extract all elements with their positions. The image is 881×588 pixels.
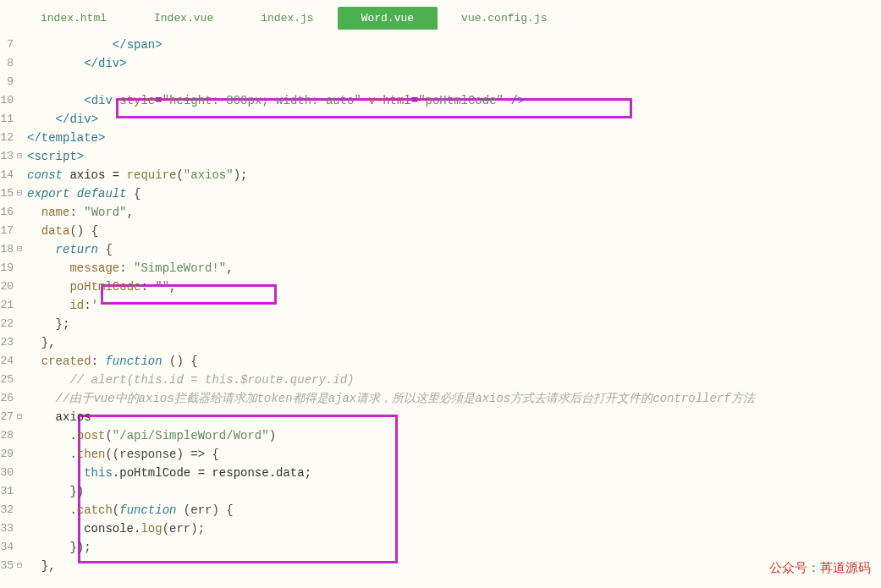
line-number: 33 xyxy=(0,519,22,538)
code-line[interactable]: </template> xyxy=(27,129,881,147)
line-number: 28 xyxy=(0,426,22,445)
code-line[interactable]: .catch(function (err) { xyxy=(27,501,881,519)
line-number: 19 xyxy=(0,259,22,278)
line-number: 10 xyxy=(0,91,22,110)
code-line[interactable]: created: function () { xyxy=(27,352,881,371)
line-number: 32 xyxy=(0,501,22,519)
tab-Word-vue[interactable]: Word.vue xyxy=(338,7,438,30)
code-line[interactable]: }; xyxy=(27,315,881,333)
line-gutter: 78910111213⊟1415⊟161718⊟1920212223242526… xyxy=(0,36,27,588)
line-number: 16 xyxy=(0,203,22,222)
line-number: 21 xyxy=(0,296,22,315)
code-line[interactable]: this.poHtmlCode = response.data; xyxy=(27,464,881,482)
code-line[interactable]: }, xyxy=(27,557,881,575)
code-line[interactable]: </div> xyxy=(27,54,881,73)
line-number: 35⊟ xyxy=(0,557,22,575)
line-number: 30 xyxy=(0,464,22,482)
code-line[interactable]: .post("/api/SimpleWord/Word") xyxy=(27,426,881,445)
code-line[interactable] xyxy=(27,73,881,91)
line-number: 7 xyxy=(0,36,22,54)
code-line[interactable]: return { xyxy=(27,240,881,259)
tab-index-html[interactable]: index.html xyxy=(17,7,130,30)
line-number: 20 xyxy=(0,278,22,296)
line-number: 15⊟ xyxy=(0,184,22,203)
code-line[interactable]: name: "Word", xyxy=(27,203,881,222)
code-editor: index.htmlIndex.vueindex.jsWord.vuevue.c… xyxy=(0,0,881,588)
line-number: 34 xyxy=(0,538,22,557)
line-number: 26 xyxy=(0,389,22,408)
code-line[interactable]: data() { xyxy=(27,222,881,240)
tab-bar: index.htmlIndex.vueindex.jsWord.vuevue.c… xyxy=(0,0,881,30)
line-number: 31 xyxy=(0,482,22,501)
line-number: 22 xyxy=(0,315,22,333)
line-number: 14 xyxy=(0,166,22,184)
code-line[interactable]: </span> xyxy=(27,36,881,54)
code-line[interactable]: axios xyxy=(27,408,881,426)
line-number: 24 xyxy=(0,352,22,371)
line-number: 18⊟ xyxy=(0,240,22,259)
tab-Index-vue[interactable]: Index.vue xyxy=(130,7,237,30)
code-line[interactable]: </div> xyxy=(27,110,881,129)
line-number: 23 xyxy=(0,333,22,352)
code-line[interactable]: message: "SimpleWord!", xyxy=(27,259,881,278)
line-number: 29 xyxy=(0,445,22,464)
code-line[interactable]: }, xyxy=(27,333,881,352)
code-content[interactable]: </span> </div> <div style="height: 800px… xyxy=(27,36,881,588)
code-line[interactable]: }) xyxy=(27,482,881,501)
code-line[interactable]: //由于vue中的axios拦截器给请求加token都得是ajax请求，所以这里… xyxy=(27,389,881,408)
line-number: 27⊟ xyxy=(0,408,22,426)
code-line[interactable]: export default { xyxy=(27,184,881,203)
line-number: 17 xyxy=(0,222,22,240)
line-number: 13⊟ xyxy=(0,147,22,166)
code-line[interactable]: id:'' xyxy=(27,296,881,315)
tab-index-js[interactable]: index.js xyxy=(237,7,337,30)
line-number: 9 xyxy=(0,73,22,91)
code-line[interactable]: .then((response) => { xyxy=(27,445,881,464)
code-area[interactable]: 78910111213⊟1415⊟161718⊟1920212223242526… xyxy=(0,30,881,588)
line-number: 11 xyxy=(0,110,22,129)
code-line[interactable]: console.log(err); xyxy=(27,519,881,538)
code-line[interactable]: <div style="height: 800px; width: auto" … xyxy=(27,91,881,110)
code-line[interactable]: <script> xyxy=(27,147,881,166)
code-line[interactable]: // alert(this.id = this.$route.query.id) xyxy=(27,371,881,389)
code-line[interactable]: }); xyxy=(27,538,881,557)
line-number: 25 xyxy=(0,371,22,389)
code-line[interactable]: poHtmlCode: "", xyxy=(27,278,881,296)
code-line[interactable]: const axios = require("axios"); xyxy=(27,166,881,184)
line-number: 12 xyxy=(0,129,22,147)
line-number: 8 xyxy=(0,54,22,73)
watermark: 公众号：苒道源码 xyxy=(769,560,871,576)
tab-vue-config-js[interactable]: vue.config.js xyxy=(438,7,570,30)
